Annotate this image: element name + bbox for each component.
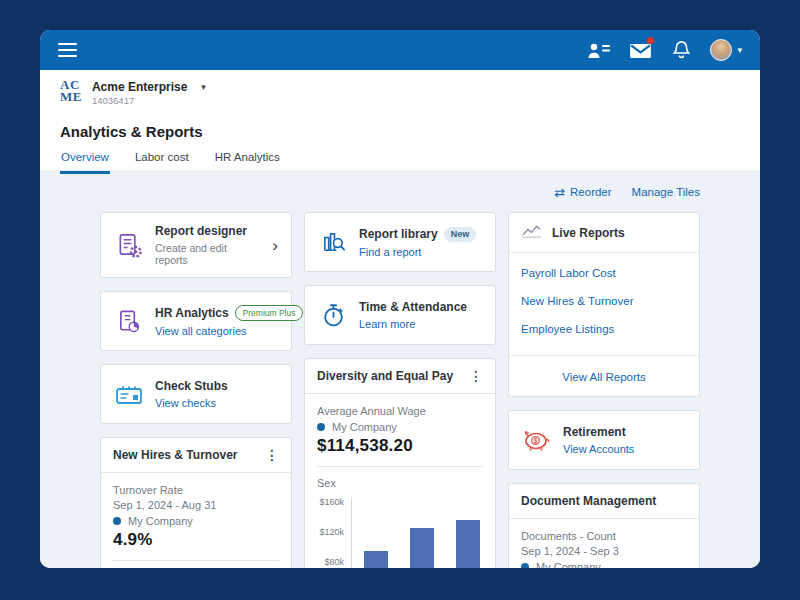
reorder-button[interactable]: ⇄ Reorder (554, 186, 611, 199)
series-label: My Company (536, 561, 601, 568)
tile-title: Report designer (155, 224, 261, 238)
check-stubs-tile[interactable]: Check Stubs View checks (100, 364, 292, 424)
page-header: AC ME Acme Enterprise ▾ 14036417 Analyti… (40, 70, 760, 170)
desktop-background: ▾ AC ME Acme Enterprise ▾ 14036417 A (0, 0, 800, 600)
metric-label: Documents - Count (521, 529, 687, 544)
user-avatar (710, 39, 732, 61)
stopwatch-icon (318, 303, 348, 328)
svg-text:$: $ (534, 437, 538, 445)
tab-hr-analytics[interactable]: HR Analytics (214, 151, 281, 174)
view-accounts-link[interactable]: View Accounts (563, 443, 634, 455)
payroll-labor-cost-link[interactable]: Payroll Labor Cost (521, 267, 687, 279)
tile-title: Retirement (563, 425, 634, 439)
mail-notification-dot (647, 37, 654, 44)
series-dot-icon (521, 563, 529, 568)
check-stubs-icon (114, 383, 144, 406)
chart-section-label: Sex (317, 477, 483, 489)
tab-overview[interactable]: Overview (60, 151, 110, 174)
mail-icon[interactable] (628, 40, 652, 60)
dashboard-content: ⇄ Reorder Manage Tiles (40, 170, 760, 568)
turnover-rate-value: 4.9% (113, 530, 279, 550)
time-attendance-tile[interactable]: Time & Attendance Learn more (304, 285, 496, 345)
bar-3 (456, 520, 480, 568)
series-label: My Company (128, 515, 193, 527)
retirement-tile[interactable]: $ Retirement View Accounts (508, 410, 700, 470)
tile-title: Time & Attendance (359, 300, 467, 314)
tile-title: Diversity and Equal Pay (317, 369, 453, 383)
kebab-menu-icon[interactable]: ⋮ (469, 369, 483, 383)
notifications-bell-icon[interactable] (669, 40, 693, 60)
find-a-report-link[interactable]: Find a report (359, 246, 476, 258)
kebab-menu-icon[interactable]: ⋮ (265, 448, 279, 462)
learn-more-link[interactable]: Learn more (359, 318, 467, 330)
live-reports-tile: Live Reports Payroll Labor Cost New Hire… (508, 212, 700, 397)
employee-listings-link[interactable]: Employee Listings (521, 323, 687, 335)
report-library-tile[interactable]: Report library New Find a report (304, 212, 496, 272)
chart-plot-area (351, 497, 483, 568)
premium-plus-badge: Premium Plus (235, 305, 304, 321)
tab-labor-cost[interactable]: Labor cost (134, 151, 190, 174)
company-name: Acme Enterprise (92, 80, 187, 94)
manage-tiles-button[interactable]: Manage Tiles (632, 186, 700, 198)
document-management-tile: Document Management Documents - Count Se… (508, 483, 700, 568)
hr-analytics-icon (114, 308, 144, 335)
acme-logo: AC ME (60, 79, 82, 102)
bar-2 (410, 528, 434, 568)
new-hires-turnover-tile: New Hires & Turnover ⋮ Turnover Rate Sep… (100, 437, 292, 568)
y-axis-tick-label: $160k (319, 497, 344, 507)
company-id: 14036417 (92, 95, 206, 106)
average-wage-value: $114,538.20 (317, 436, 483, 456)
tile-title: HR Analytics (155, 306, 229, 320)
view-checks-link[interactable]: View checks (155, 397, 228, 409)
piggy-bank-icon: $ (522, 428, 552, 453)
diversity-equal-pay-tile: Diversity and Equal Pay ⋮ Average Annual… (304, 358, 496, 568)
app-window: ▾ AC ME Acme Enterprise ▾ 14036417 A (40, 30, 760, 568)
chevron-down-icon: ▾ (737, 45, 742, 55)
report-designer-tile[interactable]: Report designer Create and edit reports … (100, 212, 292, 278)
metric-label: Turnover Rate (113, 483, 279, 498)
report-designer-icon (114, 232, 144, 259)
contacts-icon[interactable] (587, 40, 611, 60)
chevron-down-icon: ▾ (201, 82, 206, 92)
y-axis-tick-label: $120k (319, 527, 344, 537)
tile-title: Report library (359, 227, 438, 241)
view-all-reports-link[interactable]: View All Reports (562, 371, 646, 383)
report-library-icon (318, 229, 348, 256)
tile-subtitle: Create and edit reports (155, 242, 261, 266)
new-badge: New (444, 227, 477, 242)
hr-analytics-tile[interactable]: HR Analytics Premium Plus View all categ… (100, 291, 292, 351)
page-title: Analytics & Reports (60, 123, 740, 140)
tile-title: New Hires & Turnover (113, 448, 237, 462)
y-axis-tick-label: $80k (324, 557, 344, 567)
top-navigation-bar: ▾ (40, 30, 760, 70)
chart-y-axis: $160k$120k$80k (317, 497, 351, 568)
new-hires-turnover-link[interactable]: New Hires & Turnover (521, 295, 687, 307)
tile-title: Live Reports (552, 226, 625, 240)
company-selector[interactable]: Acme Enterprise ▾ (92, 80, 206, 94)
date-range: Sep 1, 2024 - Aug 31 (113, 498, 279, 513)
series-dot-icon (113, 517, 121, 525)
reorder-icon: ⇄ (554, 186, 565, 199)
chevron-right-icon: › (272, 237, 278, 254)
series-dot-icon (317, 423, 325, 431)
date-range: Sep 1, 2024 - Sep 3 (521, 544, 687, 559)
user-account-menu[interactable]: ▾ (710, 39, 742, 61)
tile-title: Document Management (521, 494, 656, 508)
metric-label: Average Annual Wage (317, 404, 483, 419)
bar-1 (364, 551, 388, 568)
hamburger-menu-icon[interactable] (58, 43, 77, 57)
view-all-categories-link[interactable]: View all categories (155, 325, 278, 337)
wage-bar-chart: $160k$120k$80k (317, 497, 483, 568)
live-reports-chart-icon (521, 223, 543, 242)
tile-title: Check Stubs (155, 379, 228, 393)
series-label: My Company (332, 421, 397, 433)
